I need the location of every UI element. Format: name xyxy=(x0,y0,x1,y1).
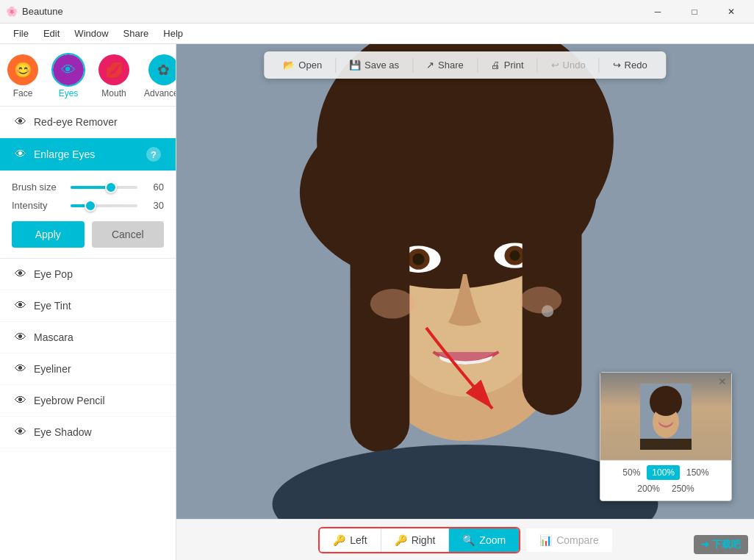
maximize-button[interactable]: □ xyxy=(678,0,711,24)
menu-edit[interactable]: Edit xyxy=(36,25,67,42)
titlebar-controls: ─ □ ✕ xyxy=(641,0,748,24)
compare-button[interactable]: 📊 Compare xyxy=(526,528,612,552)
content-area: 📂 Open 💾 Save as ↗ Share 🖨 Print ↩ Undo xyxy=(176,44,754,560)
app-title: Beautune xyxy=(22,6,63,17)
menu-share[interactable]: Share xyxy=(116,25,157,42)
cancel-button[interactable]: Cancel xyxy=(92,221,165,248)
save-as-button[interactable]: 💾 Save as xyxy=(340,56,408,74)
left-label: Left xyxy=(350,534,367,546)
eye-shadow-icon: 👁 xyxy=(15,426,26,439)
brush-size-row: Brush size 60 xyxy=(12,182,164,193)
print-button[interactable]: 🖨 Print xyxy=(482,56,533,74)
tab-face[interactable]: 😊 Face xyxy=(0,51,46,101)
tool-eyebrow-pencil[interactable]: 👁 Eyebrow Pencil xyxy=(0,385,176,417)
tool-eye-shadow[interactable]: 👁 Eye Shadow xyxy=(0,417,176,448)
enlarge-eyes-label: Enlarge Eyes xyxy=(34,148,95,160)
eyeliner-icon: 👁 xyxy=(15,362,26,376)
thumbnail-image xyxy=(600,373,731,461)
zoom-100[interactable]: 100% xyxy=(647,465,680,480)
open-button[interactable]: 📂 Open xyxy=(274,56,331,74)
active-tool-container: 👁 Enlarge Eyes ? Brush size 60 Intensi xyxy=(0,138,176,259)
brush-size-track[interactable] xyxy=(71,186,137,189)
tab-eyes[interactable]: 👁 Eyes xyxy=(46,51,91,101)
toolbar-divider-4 xyxy=(537,58,538,73)
mascara-icon: 👁 xyxy=(15,331,26,344)
tool-eyeliner[interactable]: 👁 Eyeliner xyxy=(0,353,176,385)
zoom-icon: 🔍 xyxy=(462,534,475,546)
category-tabs: 😊 Face 👁 Eyes 💋 Mouth ✿ Advanced xyxy=(0,44,176,107)
right-label: Right xyxy=(412,534,436,546)
svg-rect-11 xyxy=(351,193,410,452)
face-tab-label: Face xyxy=(13,88,33,98)
intensity-thumb[interactable] xyxy=(85,200,96,212)
tab-advanced[interactable]: ✿ Advanced xyxy=(137,51,176,101)
brush-size-thumb[interactable] xyxy=(105,182,117,193)
eyeliner-label: Eyeliner xyxy=(34,363,71,375)
tool-red-eye[interactable]: 👁 Red-eye Remover xyxy=(0,107,176,138)
tool-eye-pop[interactable]: 👁 Eye Pop xyxy=(0,259,176,290)
tab-mouth[interactable]: 💋 Mouth xyxy=(91,51,137,101)
right-button[interactable]: 🔑 Right xyxy=(381,528,450,552)
menu-help[interactable]: Help xyxy=(156,25,190,42)
help-icon[interactable]: ? xyxy=(146,147,161,162)
share-label: Share xyxy=(438,60,464,71)
right-icon: 🔑 xyxy=(395,534,407,546)
eye-shadow-label: Eye Shadow xyxy=(34,426,92,438)
redo-button[interactable]: ↪ Redo xyxy=(604,56,656,74)
top-toolbar: 📂 Open 💾 Save as ↗ Share 🖨 Print ↩ Undo xyxy=(264,51,666,79)
save-as-label: Save as xyxy=(365,60,399,71)
eye-pop-label: Eye Pop xyxy=(34,268,73,280)
intensity-track[interactable] xyxy=(71,204,137,207)
undo-label: Undo xyxy=(563,60,586,71)
intensity-value: 30 xyxy=(142,200,164,211)
apply-button[interactable]: Apply xyxy=(12,221,85,248)
share-button[interactable]: ↗ Share xyxy=(417,56,473,74)
compare-icon: 📊 xyxy=(539,534,552,546)
toolbar-divider-2 xyxy=(412,58,413,73)
thumbnail-portrait xyxy=(640,384,692,450)
eyebrow-pencil-icon: 👁 xyxy=(15,394,26,407)
minimize-button[interactable]: ─ xyxy=(641,0,675,24)
menubar: File Edit Window Share Help xyxy=(0,24,754,44)
print-label: Print xyxy=(504,60,524,71)
red-eye-label: Red-eye Remover xyxy=(34,116,118,128)
advanced-tab-label: Advanced xyxy=(144,88,176,98)
tool-eye-tint[interactable]: 👁 Eye Tint xyxy=(0,290,176,322)
close-button[interactable]: ✕ xyxy=(714,0,748,24)
svg-point-16 xyxy=(520,287,562,313)
redo-label: Redo xyxy=(625,60,647,71)
red-eye-icon: 👁 xyxy=(15,115,26,129)
menu-window[interactable]: Window xyxy=(67,25,115,42)
brush-size-label: Brush size xyxy=(12,182,71,193)
zoom-250[interactable]: 250% xyxy=(667,481,700,496)
save-as-icon: 💾 xyxy=(349,60,361,71)
svg-point-10 xyxy=(510,251,520,261)
advanced-tab-icon: ✿ xyxy=(148,54,176,85)
eyes-tab-label: Eyes xyxy=(59,88,79,98)
zoom-50[interactable]: 50% xyxy=(617,465,645,480)
apply-cancel-row: Apply Cancel xyxy=(12,221,164,248)
mouth-tab-label: Mouth xyxy=(101,88,126,98)
tool-enlarge-eyes[interactable]: 👁 Enlarge Eyes ? xyxy=(0,138,176,171)
redo-icon: ↪ xyxy=(613,60,621,71)
watermark: ➜ 下载吧 xyxy=(694,535,748,554)
sidebar: 😊 Face 👁 Eyes 💋 Mouth ✿ Advanced 👁 Red-e… xyxy=(0,44,176,560)
titlebar: 🌸 Beautune ─ □ ✕ xyxy=(0,0,754,24)
toolbar-divider-3 xyxy=(477,58,478,73)
bottom-bar: 🔑 Left 🔑 Right 🔍 Zoom 📊 Compare xyxy=(176,519,754,560)
thumbnail-close-button[interactable]: ✕ xyxy=(718,376,727,387)
menu-file[interactable]: File xyxy=(6,25,36,42)
svg-point-7 xyxy=(412,254,424,265)
zoom-200[interactable]: 200% xyxy=(632,481,665,496)
undo-button[interactable]: ↩ Undo xyxy=(542,56,595,74)
eyes-tab-icon: 👁 xyxy=(53,54,84,85)
tool-mascara[interactable]: 👁 Mascara xyxy=(0,322,176,353)
left-icon: 🔑 xyxy=(333,534,345,546)
zoom-150[interactable]: 150% xyxy=(681,465,714,480)
left-button[interactable]: 🔑 Left xyxy=(320,528,381,552)
eye-pop-icon: 👁 xyxy=(15,268,26,281)
main-layout: 😊 Face 👁 Eyes 💋 Mouth ✿ Advanced 👁 Red-e… xyxy=(0,44,754,560)
zoom-button[interactable]: 🔍 Zoom xyxy=(449,528,519,552)
zoom-label: Zoom xyxy=(479,534,506,546)
eye-tint-icon: 👁 xyxy=(15,299,26,312)
